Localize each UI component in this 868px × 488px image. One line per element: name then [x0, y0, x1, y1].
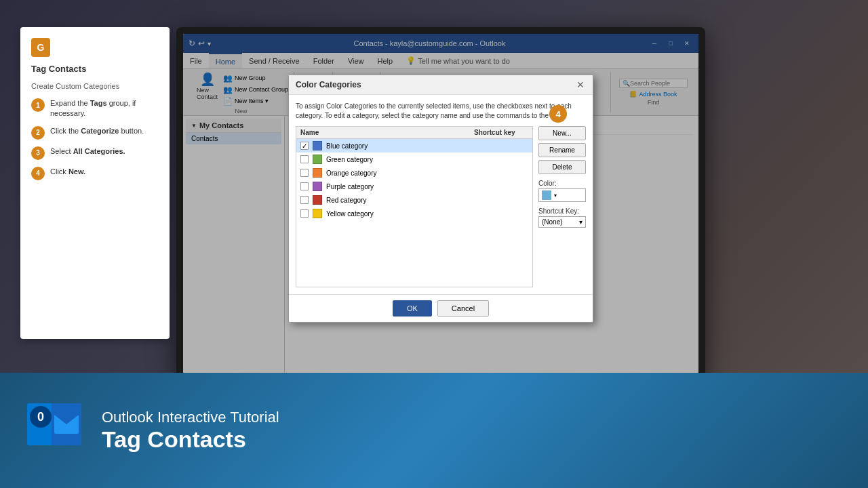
monitor-frame: ↻ ↩ ▾ Contacts - kayla@customguide.com -…	[176, 27, 705, 380]
category-name-4: Red category	[326, 197, 470, 204]
rename-category-button[interactable]: Rename	[538, 143, 586, 157]
outlook-logo: 0	[27, 403, 81, 458]
category-item-0[interactable]: ✓ Blue category	[296, 139, 532, 152]
dialog-title: Color Categories	[296, 80, 361, 89]
category-color-2	[313, 168, 322, 178]
cancel-button[interactable]: Cancel	[437, 300, 489, 317]
category-color-5	[313, 209, 322, 218]
shortcut-dropdown-arrow: ▾	[579, 218, 583, 226]
step-3-badge: 3	[31, 146, 45, 160]
tutorial-step-3: 3 Select All Categories.	[31, 146, 159, 160]
category-list[interactable]: ✓ Blue category Green category Orange ca…	[296, 138, 533, 287]
category-item-1[interactable]: Green category	[296, 152, 532, 166]
category-item-3[interactable]: Purple category	[296, 180, 532, 193]
logo-o-letter: 0	[30, 406, 52, 428]
delete-category-button[interactable]: Delete	[538, 160, 586, 174]
bottom-bar: 0 Outlook Interactive Tutorial Tag Conta…	[0, 373, 868, 488]
tutorial-logo: G	[31, 38, 50, 57]
dialog-title-bar: Color Categories ✕	[289, 75, 593, 95]
dialog-overlay: Color Categories ✕ To assign Color Categ…	[183, 34, 698, 373]
step-4-callout-badge: 4	[549, 105, 567, 123]
dialog-body: To assign Color Categories to the curren…	[289, 95, 593, 294]
category-checkbox-5[interactable]	[300, 209, 309, 218]
color-dropdown[interactable]: ▾	[538, 188, 586, 202]
dialog-color-section: Color: ▾	[538, 180, 586, 202]
tutorial-subtitle: Create Custom Categories	[31, 82, 159, 90]
category-item-2[interactable]: Orange category	[296, 166, 532, 180]
category-item-4[interactable]: Red category	[296, 193, 532, 207]
step-1-text: Expand the Tags group, if necessary.	[50, 98, 159, 119]
category-name-3: Purple category	[326, 183, 470, 190]
new-category-button[interactable]: New...	[538, 126, 586, 140]
outlook-window: ↻ ↩ ▾ Contacts - kayla@customguide.com -…	[183, 34, 698, 373]
category-name-0: Blue category	[326, 142, 470, 150]
envelope-body	[54, 415, 79, 434]
tutorial-title: Tag Contacts	[31, 64, 159, 74]
monitor-screen: ↻ ↩ ▾ Contacts - kayla@customguide.com -…	[183, 34, 698, 373]
step-4-text: Click New.	[50, 167, 85, 177]
category-name-1: Green category	[326, 156, 470, 163]
category-checkbox-4[interactable]	[300, 196, 309, 204]
category-color-1	[313, 155, 322, 164]
tutorial-step-2: 2 Click the Categorize button.	[31, 126, 159, 140]
category-color-4	[313, 195, 322, 205]
category-color-3	[313, 182, 322, 191]
bottom-bar-subtitle: Outlook Interactive Tutorial	[102, 409, 279, 426]
step-2-text: Click the Categorize button.	[50, 126, 144, 136]
category-item-5[interactable]: Yellow category	[296, 207, 532, 220]
dialog-list-area: Name Shortcut key ✓ Blue category Green …	[296, 126, 533, 287]
step-4-badge: 4	[31, 167, 45, 180]
shortcut-dropdown[interactable]: (None) ▾	[538, 216, 586, 228]
dialog-list-header: Name Shortcut key	[296, 126, 533, 138]
envelope-flap	[54, 415, 79, 424]
dialog-right-panel: New... Rename Delete Color: ▾	[538, 126, 586, 287]
dialog-description: To assign Color Categories to the curren…	[296, 102, 586, 121]
color-swatch	[542, 190, 551, 200]
category-name-5: Yellow category	[326, 210, 470, 218]
step-1-badge: 1	[31, 98, 45, 112]
category-checkbox-1[interactable]	[300, 155, 309, 163]
shortcut-field-label: Shortcut Key:	[538, 207, 586, 215]
logo-envelope-part	[52, 403, 81, 445]
step-2-badge: 2	[31, 126, 45, 140]
color-dropdown-arrow: ▾	[554, 192, 557, 199]
category-checkbox-2[interactable]	[300, 169, 309, 177]
dialog-close-button[interactable]: ✕	[575, 79, 586, 90]
ok-button[interactable]: OK	[393, 300, 432, 317]
step-3-text: Select All Categories.	[50, 146, 125, 157]
color-field-label: Color:	[538, 180, 586, 187]
header-shortcut: Shortcut key	[474, 129, 528, 136]
tutorial-step-1: 1 Expand the Tags group, if necessary.	[31, 98, 159, 119]
category-checkbox-3[interactable]	[300, 182, 309, 190]
category-name-2: Orange category	[326, 169, 470, 177]
dialog-action-buttons: New... Rename Delete	[538, 126, 586, 174]
category-color-0	[313, 141, 322, 150]
tutorial-step-4: 4 Click New.	[31, 167, 159, 180]
color-categories-dialog: Color Categories ✕ To assign Color Categ…	[288, 75, 593, 323]
bottom-bar-title: Tag Contacts	[102, 426, 279, 453]
tutorial-panel: G Tag Contacts Create Custom Categories …	[20, 27, 170, 339]
bottom-bar-text: Outlook Interactive Tutorial Tag Contact…	[102, 409, 279, 453]
header-name: Name	[300, 129, 474, 136]
dialog-main: Name Shortcut key ✓ Blue category Green …	[296, 126, 586, 287]
category-checkbox-0[interactable]: ✓	[300, 142, 309, 150]
dialog-footer: OK Cancel	[289, 294, 593, 322]
dialog-shortcut-section: Shortcut Key: (None) ▾	[538, 207, 586, 228]
